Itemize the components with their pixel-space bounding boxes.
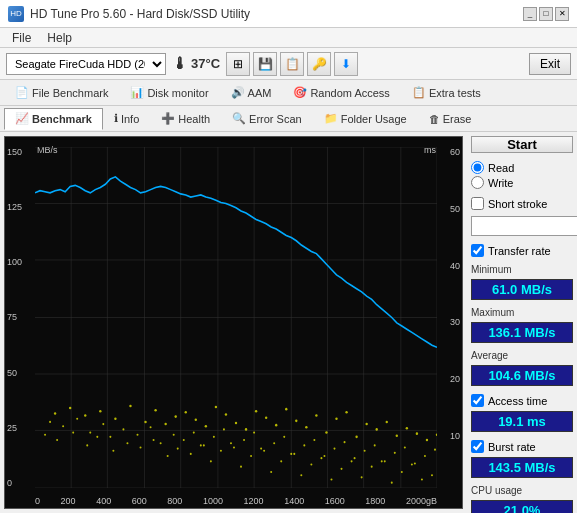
svg-point-106	[230, 442, 232, 444]
tab-error-scan[interactable]: 🔍 Error Scan	[221, 108, 313, 130]
tabs-row-1: 📄 File Benchmark 📊 Disk monitor 🔊 AAM 🎯 …	[0, 80, 577, 106]
close-button[interactable]: ✕	[555, 7, 569, 21]
y-axis-right: 60 50 40 30 20 10	[450, 147, 460, 488]
menu-file[interactable]: File	[4, 30, 39, 46]
tabs-row-2: 📈 Benchmark ℹ Info ➕ Health 🔍 Error Scan…	[0, 106, 577, 132]
chart-svg	[35, 147, 437, 488]
benchmark-icon: 📈	[15, 112, 29, 125]
x-label-200: 200	[61, 496, 76, 506]
tab-folder-usage[interactable]: 📁 Folder Usage	[313, 108, 418, 130]
menu-help[interactable]: Help	[39, 30, 80, 46]
tab-health[interactable]: ➕ Health	[150, 108, 221, 130]
y-label-0: 0	[7, 478, 22, 488]
svg-point-86	[394, 452, 396, 454]
read-option[interactable]: Read	[471, 161, 573, 174]
svg-point-25	[154, 409, 156, 412]
svg-point-41	[315, 414, 317, 417]
transfer-rate-checkbox[interactable]	[471, 244, 484, 257]
short-stroke-input[interactable]	[472, 217, 577, 235]
svg-point-36	[265, 416, 267, 419]
svg-point-76	[293, 453, 295, 455]
svg-point-92	[56, 439, 58, 441]
aam-icon: 🔊	[231, 86, 245, 99]
svg-point-112	[290, 453, 292, 455]
temperature-display: 🌡 37°C	[172, 55, 220, 73]
svg-point-50	[406, 427, 408, 430]
transfer-rate-checkbox-row[interactable]: Transfer rate	[471, 244, 573, 257]
tab-info[interactable]: ℹ Info	[103, 108, 150, 130]
exit-button[interactable]: Exit	[529, 53, 571, 75]
minimum-label: Minimum	[471, 264, 573, 275]
minimize-button[interactable]: _	[523, 7, 537, 21]
svg-point-117	[341, 468, 343, 470]
svg-point-108	[250, 455, 252, 457]
toolbar-btn-3[interactable]: 📋	[280, 52, 304, 76]
tab-disk-monitor[interactable]: 📊 Disk monitor	[119, 82, 219, 104]
y-label-50: 50	[7, 368, 22, 378]
write-option[interactable]: Write	[471, 176, 573, 189]
tab-random-access[interactable]: 🎯 Random Access	[282, 82, 400, 104]
toolbar-btn-4[interactable]: 🔑	[307, 52, 331, 76]
x-label-800: 800	[167, 496, 182, 506]
svg-point-121	[381, 460, 383, 462]
read-radio[interactable]	[471, 161, 484, 174]
access-time-checkbox-row[interactable]: Access time	[471, 394, 573, 407]
svg-point-113	[300, 474, 302, 476]
svg-point-73	[263, 450, 265, 452]
write-radio[interactable]	[471, 176, 484, 189]
start-button[interactable]: Start	[471, 136, 573, 153]
svg-point-97	[126, 442, 128, 444]
short-stroke-spinbox[interactable]: ▲ ▼	[471, 216, 577, 236]
short-stroke-checkbox-row[interactable]: Short stroke	[471, 197, 573, 210]
svg-point-119	[361, 476, 363, 478]
svg-point-23	[129, 405, 131, 408]
tab-aam[interactable]: 🔊 AAM	[220, 82, 283, 104]
burst-rate-checkbox-row[interactable]: Burst rate	[471, 440, 573, 453]
tab-file-benchmark[interactable]: 📄 File Benchmark	[4, 82, 119, 104]
svg-point-65	[183, 439, 185, 441]
svg-point-47	[375, 428, 377, 431]
svg-point-58	[102, 423, 104, 425]
title-bar-controls[interactable]: _ □ ✕	[523, 7, 569, 21]
short-stroke-checkbox[interactable]	[471, 197, 484, 210]
svg-point-68	[213, 436, 215, 438]
svg-point-116	[330, 478, 332, 480]
svg-point-26	[164, 423, 166, 426]
tab-benchmark[interactable]: 📈 Benchmark	[4, 108, 103, 130]
svg-point-84	[374, 444, 376, 446]
access-time-checkbox[interactable]	[471, 394, 484, 407]
svg-point-89	[424, 455, 426, 457]
svg-point-82	[354, 457, 356, 459]
tab-extra-tests[interactable]: 📋 Extra tests	[401, 82, 492, 104]
svg-point-118	[351, 460, 353, 462]
title-bar: HD HD Tune Pro 5.60 - Hard Disk/SSD Util…	[0, 0, 577, 28]
svg-point-64	[173, 434, 175, 436]
svg-point-59	[109, 436, 111, 438]
x-label-1600: 1600	[325, 496, 345, 506]
svg-point-51	[416, 432, 418, 435]
svg-point-78	[313, 439, 315, 441]
svg-point-102	[190, 453, 192, 455]
maximize-button[interactable]: □	[539, 7, 553, 21]
thermometer-icon: 🌡	[172, 55, 188, 73]
svg-point-111	[280, 460, 282, 462]
svg-point-125	[421, 478, 423, 480]
disk-monitor-icon: 📊	[130, 86, 144, 99]
toolbar-btn-2[interactable]: 💾	[253, 52, 277, 76]
toolbar-btn-5[interactable]: ⬇	[334, 52, 358, 76]
svg-point-55	[62, 425, 64, 427]
toolbar-btn-1[interactable]: ⊞	[226, 52, 250, 76]
drive-select[interactable]: Seagate FireCuda HDD (2000 gB)	[6, 53, 166, 75]
burst-rate-checkbox[interactable]	[471, 440, 484, 453]
svg-point-124	[411, 463, 413, 465]
svg-point-54	[49, 421, 51, 423]
y-right-40: 40	[450, 261, 460, 271]
x-label-1800: 1800	[365, 496, 385, 506]
tab-erase[interactable]: 🗑 Erase	[418, 108, 483, 130]
menu-bar: File Help	[0, 28, 577, 48]
svg-point-85	[384, 460, 386, 462]
read-write-group: Read Write	[471, 161, 573, 189]
svg-point-100	[167, 455, 169, 457]
svg-point-31	[215, 406, 217, 409]
y-right-20: 20	[450, 374, 460, 384]
